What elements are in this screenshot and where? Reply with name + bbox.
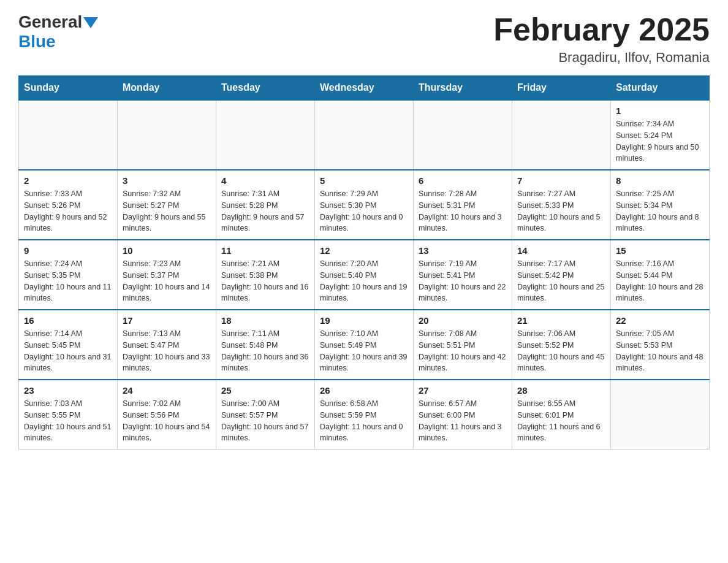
calendar-cell: 19Sunrise: 7:10 AMSunset: 5:49 PMDayligh… xyxy=(315,310,414,380)
day-info: Sunrise: 7:20 AMSunset: 5:40 PMDaylight:… xyxy=(320,258,408,304)
day-number: 27 xyxy=(419,385,507,396)
day-info: Sunrise: 7:25 AMSunset: 5:34 PMDaylight:… xyxy=(616,188,704,234)
day-number: 21 xyxy=(517,315,605,326)
day-info: Sunrise: 7:13 AMSunset: 5:47 PMDaylight:… xyxy=(123,328,211,374)
day-info: Sunrise: 7:24 AMSunset: 5:35 PMDaylight:… xyxy=(24,258,112,304)
day-info: Sunrise: 7:31 AMSunset: 5:28 PMDaylight:… xyxy=(221,188,309,234)
calendar-table: SundayMondayTuesdayWednesdayThursdayFrid… xyxy=(18,75,710,450)
calendar-cell: 12Sunrise: 7:20 AMSunset: 5:40 PMDayligh… xyxy=(315,240,414,310)
day-info: Sunrise: 7:00 AMSunset: 5:57 PMDaylight:… xyxy=(221,398,309,444)
day-number: 22 xyxy=(616,315,704,326)
calendar-cell: 17Sunrise: 7:13 AMSunset: 5:47 PMDayligh… xyxy=(118,310,216,380)
calendar-cell: 8Sunrise: 7:25 AMSunset: 5:34 PMDaylight… xyxy=(611,170,710,240)
day-number: 25 xyxy=(221,385,309,396)
calendar-cell: 9Sunrise: 7:24 AMSunset: 5:35 PMDaylight… xyxy=(19,240,118,310)
day-number: 24 xyxy=(123,385,211,396)
day-info: Sunrise: 7:02 AMSunset: 5:56 PMDaylight:… xyxy=(123,398,211,444)
calendar-week-row: 1Sunrise: 7:34 AMSunset: 5:24 PMDaylight… xyxy=(19,100,710,170)
calendar-header-row: SundayMondayTuesdayWednesdayThursdayFrid… xyxy=(19,76,710,101)
calendar-cell: 4Sunrise: 7:31 AMSunset: 5:28 PMDaylight… xyxy=(216,170,315,240)
day-info: Sunrise: 7:27 AMSunset: 5:33 PMDaylight:… xyxy=(517,188,605,234)
calendar-cell: 27Sunrise: 6:57 AMSunset: 6:00 PMDayligh… xyxy=(414,380,512,450)
day-number: 11 xyxy=(221,245,309,256)
day-info: Sunrise: 7:34 AMSunset: 5:24 PMDaylight:… xyxy=(616,118,704,164)
day-number: 6 xyxy=(419,175,507,186)
day-number: 18 xyxy=(221,315,309,326)
calendar-header-tuesday: Tuesday xyxy=(216,76,315,101)
day-number: 26 xyxy=(320,385,408,396)
calendar-cell xyxy=(315,100,414,170)
day-number: 20 xyxy=(419,315,507,326)
calendar-cell: 7Sunrise: 7:27 AMSunset: 5:33 PMDaylight… xyxy=(512,170,611,240)
logo-blue-text: Blue xyxy=(18,32,56,52)
logo-triangle-icon xyxy=(83,17,98,28)
day-info: Sunrise: 7:06 AMSunset: 5:52 PMDaylight:… xyxy=(517,328,605,374)
calendar-week-row: 2Sunrise: 7:33 AMSunset: 5:26 PMDaylight… xyxy=(19,170,710,240)
calendar-cell: 24Sunrise: 7:02 AMSunset: 5:56 PMDayligh… xyxy=(118,380,216,450)
day-info: Sunrise: 7:14 AMSunset: 5:45 PMDaylight:… xyxy=(24,328,112,374)
calendar-cell: 15Sunrise: 7:16 AMSunset: 5:44 PMDayligh… xyxy=(611,240,710,310)
calendar-week-row: 16Sunrise: 7:14 AMSunset: 5:45 PMDayligh… xyxy=(19,310,710,380)
day-info: Sunrise: 7:29 AMSunset: 5:30 PMDaylight:… xyxy=(320,188,408,234)
day-info: Sunrise: 7:05 AMSunset: 5:53 PMDaylight:… xyxy=(616,328,704,374)
calendar-cell: 18Sunrise: 7:11 AMSunset: 5:48 PMDayligh… xyxy=(216,310,315,380)
month-title: February 2025 xyxy=(493,12,710,47)
calendar-cell xyxy=(414,100,512,170)
logo-general-text: General xyxy=(18,12,82,32)
calendar-cell: 21Sunrise: 7:06 AMSunset: 5:52 PMDayligh… xyxy=(512,310,611,380)
logo: General Blue xyxy=(18,12,98,52)
day-number: 1 xyxy=(616,105,704,116)
location-title: Bragadiru, Ilfov, Romania xyxy=(493,50,710,66)
day-number: 5 xyxy=(320,175,408,186)
calendar-cell: 11Sunrise: 7:21 AMSunset: 5:38 PMDayligh… xyxy=(216,240,315,310)
day-info: Sunrise: 7:23 AMSunset: 5:37 PMDaylight:… xyxy=(123,258,211,304)
day-info: Sunrise: 7:11 AMSunset: 5:48 PMDaylight:… xyxy=(221,328,309,374)
day-number: 3 xyxy=(123,175,211,186)
calendar-cell: 14Sunrise: 7:17 AMSunset: 5:42 PMDayligh… xyxy=(512,240,611,310)
calendar-cell: 16Sunrise: 7:14 AMSunset: 5:45 PMDayligh… xyxy=(19,310,118,380)
calendar-week-row: 9Sunrise: 7:24 AMSunset: 5:35 PMDaylight… xyxy=(19,240,710,310)
day-info: Sunrise: 7:17 AMSunset: 5:42 PMDaylight:… xyxy=(517,258,605,304)
day-number: 2 xyxy=(24,175,112,186)
calendar-cell xyxy=(611,380,710,450)
day-info: Sunrise: 6:57 AMSunset: 6:00 PMDaylight:… xyxy=(419,398,507,444)
day-info: Sunrise: 7:32 AMSunset: 5:27 PMDaylight:… xyxy=(123,188,211,234)
day-number: 14 xyxy=(517,245,605,256)
calendar-cell xyxy=(118,100,216,170)
day-info: Sunrise: 7:08 AMSunset: 5:51 PMDaylight:… xyxy=(419,328,507,374)
calendar-header-monday: Monday xyxy=(118,76,216,101)
title-area: February 2025 Bragadiru, Ilfov, Romania xyxy=(493,12,710,66)
calendar-cell: 13Sunrise: 7:19 AMSunset: 5:41 PMDayligh… xyxy=(414,240,512,310)
day-number: 8 xyxy=(616,175,704,186)
calendar-cell: 22Sunrise: 7:05 AMSunset: 5:53 PMDayligh… xyxy=(611,310,710,380)
day-number: 23 xyxy=(24,385,112,396)
calendar-cell: 2Sunrise: 7:33 AMSunset: 5:26 PMDaylight… xyxy=(19,170,118,240)
day-info: Sunrise: 7:03 AMSunset: 5:55 PMDaylight:… xyxy=(24,398,112,444)
calendar-cell: 23Sunrise: 7:03 AMSunset: 5:55 PMDayligh… xyxy=(19,380,118,450)
day-number: 15 xyxy=(616,245,704,256)
calendar-cell: 5Sunrise: 7:29 AMSunset: 5:30 PMDaylight… xyxy=(315,170,414,240)
day-number: 28 xyxy=(517,385,605,396)
day-number: 17 xyxy=(123,315,211,326)
calendar-cell: 6Sunrise: 7:28 AMSunset: 5:31 PMDaylight… xyxy=(414,170,512,240)
day-number: 13 xyxy=(419,245,507,256)
day-number: 10 xyxy=(123,245,211,256)
calendar-cell: 25Sunrise: 7:00 AMSunset: 5:57 PMDayligh… xyxy=(216,380,315,450)
calendar-cell xyxy=(19,100,118,170)
calendar-header-sunday: Sunday xyxy=(19,76,118,101)
day-number: 12 xyxy=(320,245,408,256)
calendar-cell: 20Sunrise: 7:08 AMSunset: 5:51 PMDayligh… xyxy=(414,310,512,380)
day-number: 4 xyxy=(221,175,309,186)
calendar-header-wednesday: Wednesday xyxy=(315,76,414,101)
calendar-header-thursday: Thursday xyxy=(414,76,512,101)
day-number: 7 xyxy=(517,175,605,186)
day-number: 9 xyxy=(24,245,112,256)
calendar-cell xyxy=(216,100,315,170)
calendar-cell xyxy=(512,100,611,170)
day-info: Sunrise: 7:28 AMSunset: 5:31 PMDaylight:… xyxy=(419,188,507,234)
page-header: General Blue February 2025 Bragadiru, Il… xyxy=(18,12,710,66)
calendar-week-row: 23Sunrise: 7:03 AMSunset: 5:55 PMDayligh… xyxy=(19,380,710,450)
calendar-cell: 1Sunrise: 7:34 AMSunset: 5:24 PMDaylight… xyxy=(611,100,710,170)
day-info: Sunrise: 6:55 AMSunset: 6:01 PMDaylight:… xyxy=(517,398,605,444)
calendar-cell: 10Sunrise: 7:23 AMSunset: 5:37 PMDayligh… xyxy=(118,240,216,310)
